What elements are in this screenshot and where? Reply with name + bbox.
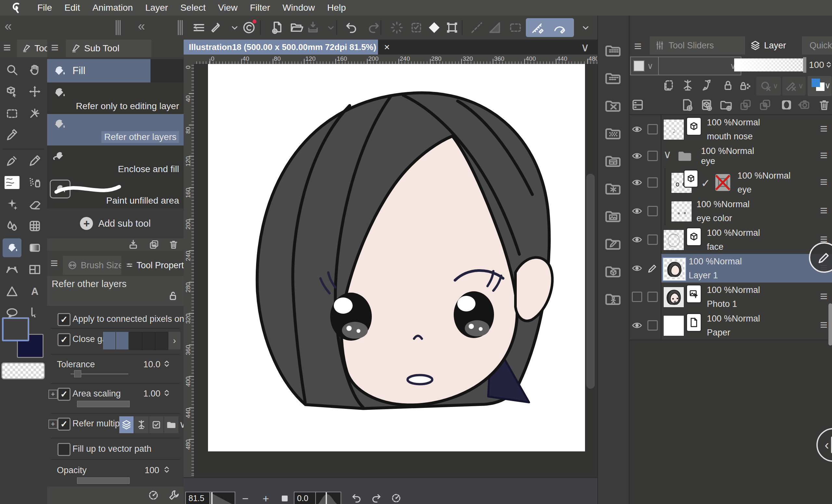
document-tab[interactable]: Illustration18 (500.00 x 500.00mm 72dpi … (184, 39, 378, 55)
tool-airbrush[interactable] (25, 173, 44, 192)
opacity-spinner[interactable] (161, 465, 172, 476)
menu-window[interactable]: Window (276, 3, 321, 13)
layer-visibility-cell[interactable] (629, 143, 645, 168)
import-sub-tool-button[interactable] (128, 239, 139, 251)
apply-mask-button[interactable] (798, 98, 811, 113)
tool-hand[interactable] (25, 60, 44, 79)
layer-checkbox[interactable] (647, 151, 658, 161)
folder-pose-button[interactable] (604, 290, 623, 308)
layer-row-paper[interactable]: 100 %NormalPaper≡ (629, 311, 832, 340)
opacity-slider[interactable] (77, 477, 130, 484)
tab-brush-size[interactable]: Brush Size (63, 256, 128, 275)
layer-checkbox[interactable] (647, 291, 658, 302)
expand-icon[interactable]: + (48, 420, 57, 429)
layer-checkbox-cell[interactable] (645, 168, 661, 197)
grip-icon[interactable] (116, 20, 121, 35)
apply-connected-checkbox[interactable] (57, 313, 71, 326)
tool-decoration[interactable] (3, 195, 22, 214)
layer-opacity-handle[interactable] (803, 57, 806, 73)
tolerance-spinner[interactable] (161, 359, 172, 370)
menu-filter[interactable]: Filter (244, 3, 276, 13)
layer-row-eye[interactable]: ✓100 %Normaleye≡ (629, 168, 832, 197)
menu-help[interactable]: Help (321, 3, 352, 13)
menu-edit[interactable]: Edit (58, 3, 86, 13)
transform-button[interactable] (444, 20, 460, 36)
refer-mode-layers[interactable] (119, 416, 134, 433)
layer-opacity-slider[interactable] (734, 58, 806, 72)
layer-row-mouth-nose[interactable]: 100 %Normalmouth nose≡ (629, 115, 832, 144)
layer-checkbox-cell[interactable] (645, 311, 661, 340)
close-gap-checkbox[interactable] (57, 333, 71, 346)
layer-visibility-cell[interactable] (629, 197, 645, 225)
layer-handle-icon[interactable]: ≡ (820, 204, 828, 217)
tool-pen[interactable] (3, 151, 22, 170)
layer-thumbnail[interactable] (663, 315, 684, 336)
layer-checkbox[interactable] (647, 177, 658, 188)
tool-frame-border[interactable] (25, 260, 44, 279)
new-raster-layer-button[interactable] (680, 98, 694, 113)
close-gap-level-1[interactable] (103, 332, 115, 349)
clip-studio-logo-icon[interactable] (10, 1, 23, 15)
tool-eraser[interactable] (25, 195, 44, 214)
collapse-subtool-icon[interactable]: « (138, 20, 145, 32)
tolerance-value[interactable]: 10.0 (143, 360, 160, 369)
layer-visibility-cell[interactable] (629, 115, 645, 143)
layer-thumbnail[interactable] (663, 230, 684, 250)
rotate-right-icon[interactable] (370, 492, 382, 504)
delete-layer-button[interactable] (817, 98, 831, 113)
menu-view[interactable]: View (212, 3, 244, 13)
menu-select[interactable]: Select (174, 3, 212, 13)
layer-color-button[interactable]: ∨ (808, 76, 832, 96)
zoom-value-input[interactable]: 81.5 (185, 492, 212, 504)
layer-visibility-cell[interactable] (629, 254, 645, 282)
new-folder-button[interactable] (719, 98, 733, 113)
layer-visibility-cell[interactable] (629, 225, 645, 254)
tab-quick-access[interactable]: Quick Access (802, 36, 832, 55)
layer-thumbnail[interactable] (663, 258, 685, 280)
layer-list-scrollbar[interactable] (828, 303, 832, 345)
layer-checkbox-cell[interactable] (645, 197, 661, 225)
refer-mode-folder[interactable] (164, 416, 178, 433)
select-rect-button[interactable] (507, 20, 524, 36)
reset-tool-button[interactable] (147, 489, 160, 503)
layer-checkbox[interactable] (647, 320, 658, 331)
sub-tool-menu-icon[interactable]: ≡ (51, 41, 58, 54)
duplicate-sub-tool-button[interactable] (149, 239, 160, 251)
folder-colorset-button[interactable] (604, 41, 623, 60)
refer-mode-checkrect[interactable] (149, 416, 163, 433)
palette-color-dropdown[interactable]: ∨ (630, 56, 659, 75)
zoom-slider[interactable] (209, 492, 235, 504)
tool-selection[interactable] (3, 104, 22, 123)
layer-checkbox[interactable] (647, 206, 658, 216)
delete-sub-tool-button[interactable] (168, 239, 179, 251)
folder-effect-button[interactable] (604, 179, 623, 198)
layer-handle-icon[interactable]: ≡ (820, 122, 828, 135)
layer-handle-icon[interactable]: ≡ (820, 290, 828, 303)
area-scaling-checkbox[interactable] (57, 388, 71, 401)
layer-handle-icon[interactable]: ≡ (820, 175, 828, 188)
tool-fill[interactable] (3, 239, 22, 257)
layer-checkbox[interactable] (647, 124, 658, 135)
close-gap-level-3[interactable] (129, 332, 142, 350)
layer-handle-icon[interactable]: ≡ (820, 149, 828, 162)
lock-transparent-button[interactable] (738, 79, 752, 93)
lock-layer-button[interactable] (721, 79, 735, 93)
layer-thumbnail[interactable] (671, 201, 692, 222)
layer-thumbnail[interactable] (663, 287, 684, 308)
rotate-left-icon[interactable] (351, 492, 363, 504)
area-scaling-spinner[interactable] (161, 388, 172, 399)
snap-special-button[interactable] (551, 20, 568, 36)
tool-auto-select[interactable] (25, 104, 44, 123)
layer-opacity-value[interactable]: 100 (809, 60, 824, 70)
transparent-color-swatch[interactable] (1, 362, 45, 379)
fill-vector-checkbox[interactable] (57, 443, 71, 456)
select-area-button[interactable] (408, 20, 424, 36)
sub-tool-item-paint-unfilled-area[interactable]: Paint unfilled area (47, 177, 184, 209)
main-menu-button[interactable] (191, 20, 207, 36)
clip-studio-button[interactable] (241, 20, 257, 36)
save-button[interactable] (305, 20, 321, 36)
layer-handle-icon[interactable]: ≡ (820, 318, 828, 331)
close-gap-level-4[interactable] (142, 332, 155, 350)
layer-palette-menu-icon[interactable]: ≡ (634, 39, 642, 53)
tool-vector[interactable] (3, 260, 22, 279)
